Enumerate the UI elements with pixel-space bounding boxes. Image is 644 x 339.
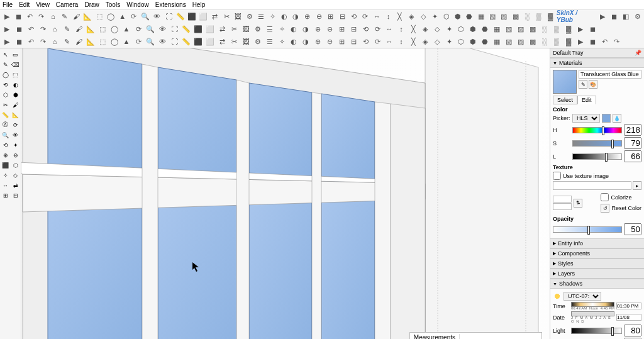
timezone-select[interactable]: UTC-07:00 [564, 292, 601, 301]
use-texture-checkbox[interactable] [553, 172, 561, 180]
tool-button[interactable]: ⊕ [1, 150, 10, 160]
toolbar-button[interactable]: ⊕ [302, 11, 313, 22]
tool-button[interactable]: ⬡ [11, 160, 20, 170]
toolbar-button[interactable]: ▶ [1, 36, 13, 47]
tool-button[interactable]: ⊟ [11, 191, 20, 200]
toolbar-button[interactable]: 📐 [82, 11, 93, 22]
tool-button[interactable]: Ⓐ [1, 120, 10, 130]
tool-button[interactable]: 👁 [11, 130, 20, 140]
toolbar-button[interactable]: ⊕ [312, 23, 323, 35]
toolbar-button[interactable]: ⛶ [169, 36, 180, 47]
toolbar-button[interactable]: ⬢ [467, 23, 479, 35]
tool-button[interactable]: ⊖ [11, 150, 20, 160]
toolbar-button[interactable]: ⊖ [324, 23, 335, 35]
toolbar-button[interactable]: ▒ [551, 23, 562, 35]
menu-tools[interactable]: Tools [106, 1, 120, 8]
browse-icon[interactable]: ▸ [633, 181, 641, 190]
tool-button[interactable]: ⊞ [1, 191, 10, 200]
tool-button[interactable]: 📐 [11, 110, 20, 119]
opacity-slider[interactable] [553, 226, 622, 233]
toolbar-button[interactable]: ◼ [587, 23, 598, 35]
toolbar-button[interactable]: ╳ [394, 11, 405, 22]
panel-entity-info-header[interactable]: Entity Info [550, 238, 644, 248]
toolbar-button[interactable]: ░ [539, 36, 550, 47]
toolbar-button[interactable]: ▦ [491, 36, 502, 47]
toolbar-button[interactable]: ⬛ [192, 36, 204, 47]
tex-height-input[interactable] [553, 203, 572, 210]
toolbar-button[interactable]: ⬢ [467, 36, 479, 47]
toolbar-button[interactable]: ▶ [1, 23, 13, 35]
toolbar-button[interactable]: ↶ [599, 36, 610, 47]
sun-icon[interactable] [553, 292, 562, 301]
menu-file[interactable]: File [3, 1, 13, 8]
menu-extensions[interactable]: Extensions [155, 1, 186, 8]
toolbar-button[interactable]: ⇄ [216, 23, 228, 35]
toolbar-button[interactable]: ✎ [59, 11, 70, 22]
toolbar-button[interactable]: ▶ [575, 36, 586, 47]
toolbar-button[interactable]: ↔ [384, 23, 395, 35]
toolbar-button[interactable]: ✧ [276, 36, 287, 47]
toolbar-button[interactable]: ⬡ [441, 11, 452, 22]
link-icon[interactable]: ⇅ [574, 199, 582, 208]
toolbar-button[interactable]: ⊟ [348, 23, 359, 35]
toolbar-button[interactable]: ⊟ [348, 36, 359, 47]
toolbar-button[interactable]: ⬣ [479, 36, 491, 47]
toolbar-button[interactable]: ◼ [609, 11, 619, 22]
toolbar-button[interactable]: ◼ [13, 36, 25, 47]
toolbar-button[interactable]: ◑ [291, 11, 301, 22]
toolbar-button[interactable]: ⬡ [455, 23, 467, 35]
toolbar-button[interactable]: 📏 [180, 23, 192, 35]
toolbar-button[interactable]: ▶ [575, 23, 586, 35]
toolbar-button[interactable]: ⟲ [360, 36, 371, 47]
toolbar-button[interactable]: ⬚ [97, 23, 108, 35]
reset-color-button[interactable]: ↺ [601, 204, 609, 213]
date-input[interactable] [616, 314, 641, 321]
toolbar-button[interactable]: ✦ [443, 36, 455, 47]
toolbar-button[interactable]: ◇ [418, 11, 428, 22]
toolbar-button[interactable]: ╳ [408, 23, 419, 35]
toolbar-button[interactable]: ◼ [13, 11, 23, 22]
toolbar-button[interactable]: 🖌 [73, 23, 84, 35]
picker-select[interactable]: HLS [572, 114, 600, 123]
toolbar-button[interactable]: 👁 [152, 11, 162, 22]
toolbar-button[interactable]: ↔ [372, 11, 382, 22]
toolbar-button[interactable]: ⬢ [452, 11, 463, 22]
light-slider[interactable] [571, 328, 622, 334]
color-swatch-icon[interactable] [602, 114, 611, 123]
toolbar-button[interactable]: ⟳ [372, 23, 383, 35]
toolbar-button[interactable]: ◈ [406, 11, 417, 22]
toolbar-button[interactable]: ◼ [13, 23, 25, 35]
toolbar-button[interactable]: ✦ [429, 11, 440, 22]
toolbar-button[interactable]: ☰ [264, 23, 275, 35]
toolbar-button[interactable]: ◇ [431, 36, 443, 47]
panel-styles-header[interactable]: Styles [550, 258, 644, 269]
toolbar-button[interactable]: ▶ [597, 11, 608, 22]
toolbar-button[interactable]: ░ [539, 23, 550, 35]
toolbar-button[interactable]: ⬜ [204, 23, 216, 35]
tool-button[interactable]: ◐ [11, 80, 20, 89]
toolbar-button[interactable]: ◐ [279, 11, 289, 22]
opacity-input[interactable] [624, 223, 641, 235]
toolbar-button[interactable]: ▓ [545, 11, 555, 22]
tool-button[interactable]: ◯ [1, 70, 10, 79]
toolbar-button[interactable]: ⟲ [360, 23, 371, 35]
toolbar-button[interactable]: ⬜ [204, 36, 216, 47]
material-name-input[interactable] [579, 70, 641, 79]
toolbar-button[interactable]: ⊖ [324, 36, 335, 47]
toolbar-button[interactable]: ⚙ [252, 23, 264, 35]
menu-help[interactable]: Help [192, 1, 206, 8]
toolbar-button[interactable]: 🔍 [140, 11, 151, 22]
toolbar-button[interactable]: ✂ [221, 11, 231, 22]
tool-button[interactable]: ✧ [1, 170, 10, 180]
toolbar-button[interactable]: ⬡ [455, 36, 467, 47]
toolbar-button[interactable]: ⚙ [632, 11, 643, 22]
toolbar-button[interactable]: ☰ [264, 36, 275, 47]
toolbar-button[interactable]: ↕ [383, 11, 394, 22]
time-input[interactable] [616, 303, 641, 309]
toolbar-button[interactable]: ✦ [443, 23, 455, 35]
toolbar-button[interactable]: ▧ [503, 36, 514, 47]
tool-button[interactable]: ⌫ [11, 60, 20, 69]
toolbar-button[interactable]: 📏 [180, 36, 192, 47]
toolbar-button[interactable]: ⇄ [216, 36, 228, 47]
material-preview-swatch[interactable] [553, 70, 577, 94]
